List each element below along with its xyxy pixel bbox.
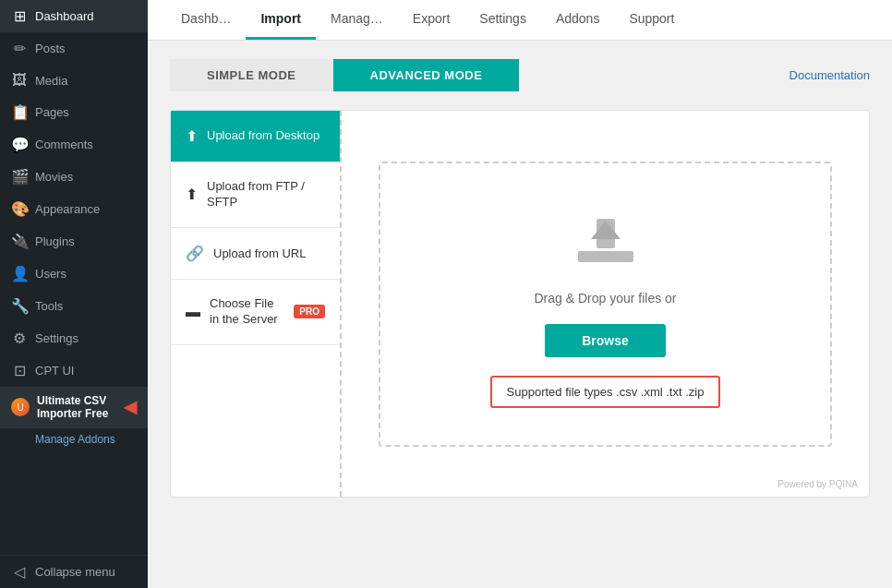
settings-icon: ⚙	[11, 330, 28, 347]
media-icon: 🖼	[11, 72, 28, 89]
pro-badge: PRO	[294, 305, 325, 318]
browse-button[interactable]: Browse	[545, 324, 666, 357]
powered-by: Powered by PQINA	[777, 479, 858, 489]
sidebar-label-users: Users	[35, 267, 66, 281]
sidebar-item-movies[interactable]: 🎬 Movies	[0, 161, 148, 193]
sidebar-item-plugins[interactable]: 🔌 Plugins	[0, 225, 148, 258]
sidebar-label-comments: Comments	[35, 138, 93, 151]
file-types-text: Supported file types .csv .xml .txt .zip	[507, 385, 705, 399]
cpt-ui-icon: ⊡	[11, 362, 28, 379]
sidebar-item-users[interactable]: 👤 Users	[0, 258, 148, 290]
sidebar-subitem-manage-addons[interactable]: Manage Addons	[0, 428, 148, 450]
choose-server-label: Choose File in the Server	[210, 296, 284, 328]
tools-icon: 🔧	[11, 297, 28, 315]
sidebar-label-settings: Settings	[35, 331, 78, 345]
pages-icon: 📋	[11, 103, 28, 121]
users-icon: 👤	[11, 265, 28, 282]
svg-rect-0	[578, 251, 633, 262]
sidebar-item-media[interactable]: 🖼 Media	[0, 65, 148, 96]
mode-switcher: SIMPLE MODE ADVANCED MODE Documentation	[170, 59, 870, 91]
tab-import[interactable]: Import	[246, 0, 316, 40]
svg-marker-2	[591, 221, 621, 239]
tab-dashboard[interactable]: Dashb…	[166, 0, 246, 40]
tab-settings[interactable]: Settings	[464, 0, 541, 40]
import-option-upload-ftp[interactable]: ⬆ Upload from FTP / SFTP	[171, 162, 340, 228]
sidebar-label-posts: Posts	[35, 42, 66, 55]
sidebar-item-appearance[interactable]: 🎨 Appearance	[0, 193, 148, 225]
collapse-icon: ◁	[11, 563, 28, 581]
manage-addons-label: Manage Addons	[35, 433, 115, 446]
movies-icon: 🎬	[11, 168, 28, 186]
tab-manage[interactable]: Manag…	[316, 0, 398, 40]
collapse-label: Collapse menu	[35, 565, 115, 579]
tab-addons[interactable]: Addons	[541, 0, 614, 40]
upload-ftp-label: Upload from FTP / SFTP	[207, 179, 325, 210]
collapse-menu-item[interactable]: ◁ Collapse menu	[0, 556, 148, 588]
file-types-box: Supported file types .csv .xml .txt .zip	[490, 376, 721, 408]
choose-server-icon: ▬	[186, 304, 200, 320]
sidebar-item-dashboard[interactable]: ⊞ Dashboard	[0, 0, 148, 32]
drop-zone[interactable]: Drag & Drop your files or Browse Support…	[379, 162, 832, 447]
upload-desktop-icon: ⬆	[186, 127, 198, 145]
import-option-upload-desktop[interactable]: ⬆ Upload from Desktop	[171, 111, 340, 162]
comments-icon: 💬	[11, 136, 28, 153]
documentation-link[interactable]: Documentation	[790, 68, 870, 82]
sidebar-item-posts[interactable]: ✏ Posts	[0, 32, 148, 65]
advanced-mode-button[interactable]: ADVANCED MODE	[333, 59, 520, 91]
simple-mode-button[interactable]: SIMPLE MODE	[170, 59, 333, 91]
posts-icon: ✏	[11, 40, 28, 57]
main-content: Dashb… Import Manag… Export Settings Add…	[148, 0, 892, 588]
sidebar-label-dashboard: Dashboard	[35, 9, 94, 23]
ultimate-icon: U	[11, 398, 30, 416]
sidebar-collapse: ◁ Collapse menu	[0, 555, 148, 588]
sidebar-label-cpt-ui: CPT UI	[35, 364, 74, 378]
sidebar-label-tools: Tools	[35, 299, 63, 313]
appearance-icon: 🎨	[11, 200, 28, 218]
import-option-upload-url[interactable]: 🔗 Upload from URL	[171, 228, 340, 280]
sidebar-item-settings[interactable]: ⚙ Settings	[0, 322, 148, 354]
upload-desktop-label: Upload from Desktop	[207, 128, 319, 144]
sidebar-label-movies: Movies	[35, 170, 73, 184]
import-dropzone-area: Drag & Drop your files or Browse Support…	[342, 111, 869, 497]
sidebar-item-cpt-ui[interactable]: ⊡ CPT UI	[0, 354, 148, 387]
upload-ftp-icon: ⬆	[186, 186, 198, 203]
import-option-choose-server[interactable]: ▬ Choose File in the Server PRO	[171, 280, 340, 345]
red-arrow-icon: ◀	[124, 397, 137, 417]
dashboard-icon: ⊞	[11, 7, 28, 25]
tab-export[interactable]: Export	[398, 0, 464, 40]
sidebar-item-pages[interactable]: 📋 Pages	[0, 96, 148, 128]
drag-drop-text: Drag & Drop your files or	[534, 291, 676, 306]
import-panel: ⬆ Upload from Desktop ⬆ Upload from FTP …	[170, 110, 870, 498]
top-tabs: Dashb… Import Manag… Export Settings Add…	[148, 0, 892, 41]
sidebar: ⊞ Dashboard ✏ Posts 🖼 Media 📋 Pages 💬 Co…	[0, 0, 148, 588]
sidebar-label-pages: Pages	[35, 105, 69, 119]
plugins-icon: 🔌	[11, 233, 28, 250]
sidebar-label-appearance: Appearance	[35, 202, 100, 216]
sidebar-item-ultimate[interactable]: U Ultimate CSV Importer Free ◀	[0, 387, 148, 428]
upload-url-icon: 🔗	[186, 245, 204, 262]
sidebar-item-comments[interactable]: 💬 Comments	[0, 128, 148, 161]
upload-large-icon	[578, 219, 633, 272]
import-options-sidebar: ⬆ Upload from Desktop ⬆ Upload from FTP …	[171, 111, 342, 497]
sidebar-label-media: Media	[35, 74, 67, 88]
ultimate-label: Ultimate CSV Importer Free	[37, 394, 116, 421]
tab-support[interactable]: Support	[614, 0, 689, 40]
sidebar-item-tools[interactable]: 🔧 Tools	[0, 290, 148, 322]
upload-url-label: Upload from URL	[213, 246, 306, 260]
sidebar-label-plugins: Plugins	[35, 234, 75, 248]
page-content: SIMPLE MODE ADVANCED MODE Documentation …	[148, 41, 892, 516]
